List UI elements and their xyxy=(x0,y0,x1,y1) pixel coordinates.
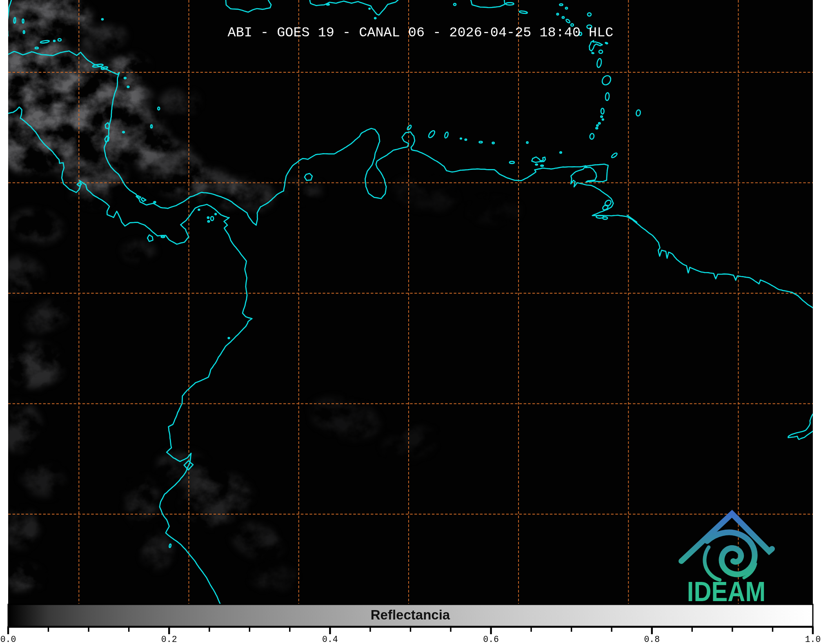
svg-text:0.6: 0.6 xyxy=(483,635,499,644)
svg-text:IDEAM: IDEAM xyxy=(687,576,765,607)
svg-text:0.8: 0.8 xyxy=(644,635,660,644)
svg-text:0.2: 0.2 xyxy=(161,635,177,644)
svg-text:ABI - GOES 19 - CANAL 06 - 202: ABI - GOES 19 - CANAL 06 - 2026-04-25 18… xyxy=(228,25,614,40)
svg-text:Reflectancia: Reflectancia xyxy=(371,607,450,622)
svg-text:0.0: 0.0 xyxy=(0,635,16,644)
svg-text:0.4: 0.4 xyxy=(322,635,338,644)
svg-text:1.0: 1.0 xyxy=(805,635,821,644)
